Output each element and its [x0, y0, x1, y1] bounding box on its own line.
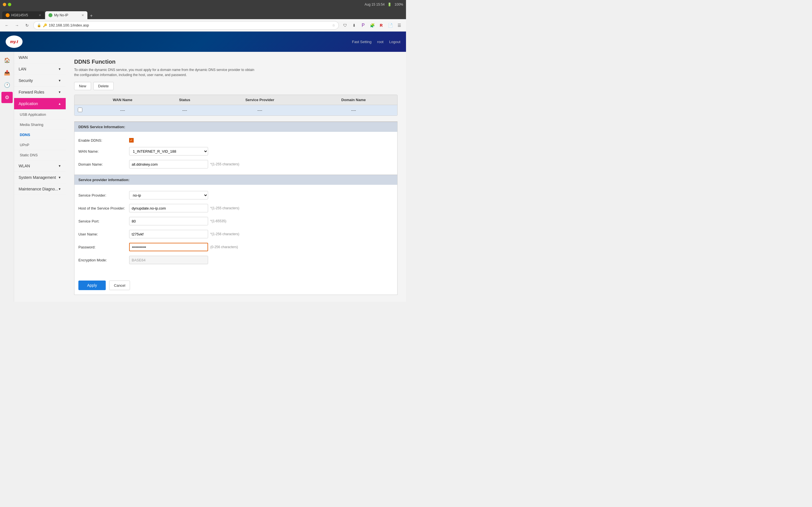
main-layout: 🏠 📤 🕐 ⚙ WAN LAN ▼ Security — [0, 52, 406, 302]
reload-button[interactable]: ↻ — [23, 21, 31, 29]
encryption-row: Encryption Mode: — [74, 253, 397, 267]
apply-button[interactable]: Apply — [79, 281, 106, 290]
tab-close-2[interactable]: ✕ — [82, 13, 84, 17]
encryption-input[interactable] — [129, 256, 208, 264]
password-row: Password: (0-256 characters) — [74, 240, 397, 253]
address-text[interactable]: 192.168.100.1/index.asp — [49, 23, 331, 27]
form-action-row: Apply Cancel — [74, 276, 397, 295]
sidebar-icon-upload[interactable]: 📤 — [1, 67, 13, 78]
sidebar-item-application[interactable]: Application ▲ — [14, 98, 66, 110]
bookmark-icon[interactable]: 📄 — [386, 21, 394, 29]
wlan-chevron-icon: ▼ — [58, 164, 61, 168]
cancel-button[interactable]: Cancel — [109, 281, 130, 290]
router-logo: my.t — [6, 36, 22, 48]
username-control — [129, 230, 208, 238]
back-button[interactable]: ← — [3, 21, 11, 29]
sidebar-item-wlan[interactable]: WLAN ▼ — [14, 160, 66, 172]
new-tab-button[interactable]: + — [88, 12, 95, 19]
adblock-icon[interactable]: R — [377, 21, 385, 29]
sidebar-item-security[interactable]: Security ▼ — [14, 75, 66, 87]
sys-mgmt-chevron-icon: ▼ — [58, 176, 61, 179]
domain-name-input[interactable] — [129, 160, 208, 168]
ddns-service-info-header: DDNS Service Information: — [74, 122, 397, 132]
domain-name-row: Domain Name: *(1-255 characters) — [74, 158, 397, 171]
shield-icon[interactable]: 🛡 — [341, 21, 349, 29]
service-provider-form: Service Provider: no-ip Host of the Serv… — [74, 185, 397, 270]
host-control — [129, 204, 208, 212]
logout-link[interactable]: Logout — [389, 40, 400, 44]
col-service-provider: Service Provider — [210, 95, 310, 105]
address-icons: ☆ — [332, 23, 335, 27]
address-bar[interactable]: 🔒 🔑 192.168.100.1/index.asp ☆ — [33, 21, 339, 30]
host-row: Host of the Service Provider: *(1-255 ch… — [74, 202, 397, 215]
host-input[interactable] — [129, 204, 208, 212]
application-chevron-icon: ▲ — [58, 102, 61, 105]
tab-hg8145v5[interactable]: HG8145V5 ✕ — [2, 11, 45, 19]
fast-setting-link[interactable]: Fast Setting — [352, 40, 371, 44]
sidebar-icons: 🏠 📤 🕐 ⚙ — [0, 52, 14, 302]
toolbar-icons: 🛡 ⬇ P 🧩 R 📄 ☰ — [341, 21, 403, 29]
maximize-button[interactable] — [8, 3, 11, 6]
sidebar-item-security-label: Security — [18, 78, 33, 83]
service-provider-select[interactable]: no-ip — [129, 191, 208, 200]
maintenance-chevron-icon: ▼ — [58, 187, 61, 191]
wan-name-select[interactable]: 1_INTERNET_R_VID_188 — [129, 147, 208, 156]
sidebar-icon-clock[interactable]: 🕐 — [1, 79, 13, 91]
sidebar-item-lan[interactable]: LAN ▼ — [14, 63, 66, 75]
tab-favicon-1 — [6, 13, 10, 17]
host-label: Host of the Service Provider: — [79, 206, 129, 210]
sidebar-item-maintenance[interactable]: Maintenance Diagno... ▼ — [14, 183, 66, 195]
tab-close-1[interactable]: ✕ — [39, 13, 41, 17]
router-header: my.t Fast Setting root Logout — [0, 32, 406, 52]
minimize-button[interactable] — [3, 3, 6, 6]
new-button[interactable]: New — [74, 82, 91, 90]
page-title: DDNS Function — [74, 59, 398, 65]
sidebar-item-wan[interactable]: WAN — [14, 52, 66, 63]
row-checkbox[interactable] — [78, 108, 82, 112]
username-input[interactable] — [129, 230, 208, 238]
sidebar-subitem-upnp[interactable]: UPnP — [14, 140, 66, 150]
sidebar-subitem-ddns[interactable]: DDNS — [14, 130, 66, 140]
sidebar-item-forward-rules-label: Forward Rules — [18, 90, 44, 94]
username-hint: *(1-256 characters) — [210, 232, 239, 236]
sidebar-item-maintenance-label: Maintenance Diagno... — [18, 187, 58, 191]
enable-ddns-checkbox[interactable]: ✓ — [129, 138, 134, 143]
sidebar-item-system-management[interactable]: System Management ▼ — [14, 172, 66, 183]
table-row: ---- ---- ---- ---- — [74, 105, 397, 116]
logo-text: my.t — [10, 40, 18, 44]
user-link[interactable]: root — [377, 40, 384, 44]
traffic-lights — [3, 3, 11, 6]
sidebar-icon-gear[interactable]: ⚙ — [1, 92, 13, 103]
address-icon-2: 🔑 — [43, 23, 47, 27]
sidebar-item-wan-label: WAN — [18, 55, 28, 60]
star-icon[interactable]: ☆ — [332, 23, 335, 27]
extensions-icon[interactable]: 🧩 — [368, 21, 376, 29]
lan-chevron-icon: ▼ — [58, 67, 61, 71]
battery-level: 100% — [395, 3, 403, 6]
wan-name-label: WAN Name: — [79, 149, 129, 154]
table-body: ---- ---- ---- ---- — [74, 105, 397, 116]
download-icon[interactable]: ⬇ — [350, 21, 358, 29]
table-header-row: WAN Name Status Service Provider Domain … — [74, 95, 397, 105]
password-input[interactable] — [129, 243, 208, 251]
delete-button[interactable]: Delete — [93, 82, 114, 90]
tab-my-noip[interactable]: My No-IP ✕ — [45, 11, 87, 19]
sidebar-subitem-media[interactable]: Media Sharing — [14, 120, 66, 130]
sidebar-icon-home[interactable]: 🏠 — [1, 55, 13, 66]
port-input[interactable] — [129, 217, 208, 225]
wan-name-row: WAN Name: 1_INTERNET_R_VID_188 — [74, 145, 397, 158]
profile-icon[interactable]: P — [359, 21, 367, 29]
menu-icon[interactable]: ☰ — [395, 21, 403, 29]
tab-title-1: HG8145V5 — [11, 13, 28, 17]
col-checkbox — [74, 95, 86, 105]
password-control — [129, 243, 208, 251]
sidebar-menu: WAN LAN ▼ Security ▼ Forward Rules ▼ — [14, 52, 66, 302]
battery-icon: 🔋 — [388, 3, 392, 6]
sidebar-item-forward-rules[interactable]: Forward Rules ▼ — [14, 87, 66, 98]
sidebar-subitem-usb[interactable]: USB Application — [14, 110, 66, 120]
row-checkbox-cell[interactable] — [74, 105, 86, 116]
forward-button[interactable]: → — [13, 21, 21, 29]
sidebar-subitem-static-dns[interactable]: Static DNS — [14, 150, 66, 160]
service-provider-label: Service Provider: — [79, 193, 129, 198]
browser-window: Aug 15 15:54 🔋 100% HG8145V5 ✕ My No-IP … — [0, 0, 406, 302]
